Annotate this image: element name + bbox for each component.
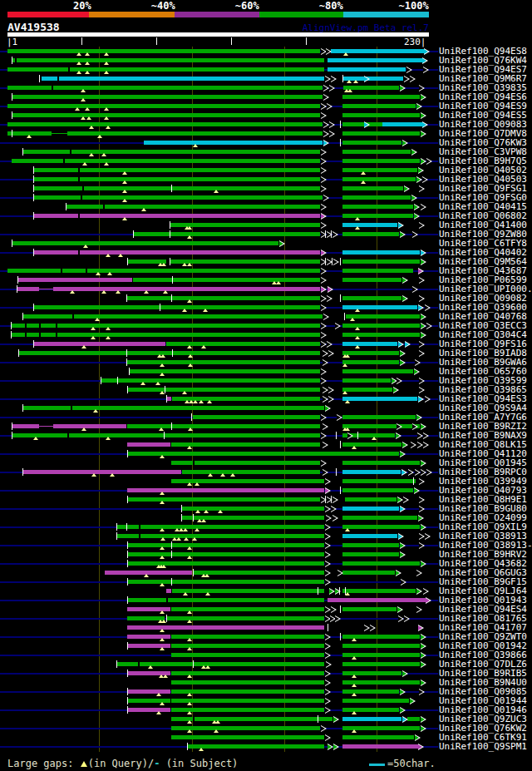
subject-gap-dash	[33, 249, 34, 256]
arrowhead-icon	[404, 615, 410, 622]
hit-label[interactable]: UniRef100_Q9SPM1	[439, 742, 527, 751]
arrowhead-icon	[426, 323, 432, 329]
arrowhead-icon	[328, 350, 334, 357]
subject-gap-dash	[39, 75, 40, 82]
hsp-segment	[128, 708, 170, 712]
hsp-segment	[171, 699, 324, 703]
segment-gap-notch	[57, 77, 59, 81]
arrowhead-icon	[325, 76, 331, 82]
hsp-segment	[53, 287, 320, 291]
hsp-segment	[127, 296, 320, 300]
hsp-segment	[67, 131, 323, 136]
alignment-plot[interactable]: UniRef100_Q94ES8UniRef100_Q76KW4UniRef10…	[0, 47, 532, 752]
large-gaps-legend: Large gaps: (in Query)/- (in Subject)	[7, 757, 238, 770]
hsp-segment	[166, 589, 171, 593]
arrowhead-icon	[325, 707, 331, 714]
subject-gap-dash	[193, 569, 194, 576]
arrowhead-icon	[410, 76, 416, 82]
subject-gap-dash	[340, 605, 341, 613]
arrowhead-icon	[419, 350, 425, 357]
subject-gap-dash	[127, 386, 128, 393]
subject-gap-dash	[340, 121, 341, 128]
hsp-segment	[328, 58, 422, 62]
alignment-row[interactable]: UniRef100_Q9SPM1	[0, 742, 532, 751]
arrowhead-icon	[332, 515, 338, 521]
arrowhead-icon	[422, 121, 428, 128]
hsp-segment	[133, 278, 320, 282]
hsp-segment	[342, 479, 416, 483]
hsp-segment	[7, 67, 324, 72]
arrowhead-icon	[404, 76, 410, 82]
subject-gap-dash	[181, 514, 182, 521]
arrowhead-icon	[400, 359, 406, 366]
identity-scale-segment	[89, 12, 175, 17]
hsp-segment	[407, 717, 420, 721]
subject-gap-dash	[22, 468, 23, 476]
arrowhead-icon	[419, 506, 425, 512]
segment-gap-notch	[68, 67, 70, 72]
arrowhead-icon	[325, 542, 331, 549]
hsp-segment	[342, 461, 420, 465]
arrowhead-icon	[323, 350, 328, 357]
hsp-segment	[34, 186, 320, 190]
subject-gap-dash	[170, 230, 170, 238]
subject-gap-dash	[127, 697, 128, 704]
subject-gap-dash	[170, 221, 170, 229]
alignview-page: { "colors": { "green": "#00a800", "cyan"…	[0, 0, 532, 771]
arrowhead-icon	[321, 304, 327, 311]
arrowhead-icon	[419, 387, 425, 393]
hsp-segment	[170, 259, 320, 264]
arrowhead-icon	[419, 185, 425, 192]
hsp-segment	[342, 534, 397, 538]
arrowhead-icon	[323, 195, 329, 201]
subject-gap-dash	[193, 660, 194, 668]
arrowhead-icon	[406, 67, 412, 73]
subject-gap-dash	[191, 413, 192, 421]
hsp-segment	[342, 333, 420, 337]
arrowhead-icon	[402, 442, 408, 448]
arrowhead-icon	[396, 432, 401, 439]
subject-gap-dash	[17, 285, 17, 293]
subject-gap-dash	[171, 423, 172, 430]
arrowhead-icon	[329, 85, 335, 91]
segment-gap-notch	[67, 433, 69, 437]
subject-gap-dash	[340, 441, 341, 448]
hsp-segment	[171, 726, 320, 730]
hsp-segment	[12, 58, 324, 62]
hsp-segment	[18, 278, 132, 282]
hsp-segment	[171, 644, 324, 648]
arrowhead-icon	[321, 213, 327, 220]
hsp-segment	[7, 104, 320, 108]
segment-gap-notch	[72, 314, 74, 319]
arrowhead-icon	[321, 103, 327, 110]
subject-gap-dash	[340, 633, 341, 640]
arrowhead-icon	[327, 231, 332, 238]
hsp-segment	[23, 406, 324, 410]
subject-gap-dash	[12, 57, 12, 64]
arrowhead-icon	[424, 48, 430, 55]
arrowhead-icon	[414, 487, 420, 494]
hsp-segment	[171, 735, 324, 739]
hsp-segment	[193, 415, 320, 419]
arrowhead-icon	[331, 76, 337, 82]
legend-suffix: (in Subject)	[160, 758, 238, 769]
arrowhead-icon	[411, 149, 417, 156]
segment-gap-notch	[63, 159, 65, 163]
arrowhead-icon	[364, 121, 370, 128]
hsp-segment	[342, 552, 399, 556]
arrowhead-icon	[422, 176, 428, 183]
arrowhead-icon	[400, 231, 406, 238]
subject-gap-dash	[357, 432, 358, 439]
hsp-segment	[7, 49, 320, 53]
query-id: AV419538	[7, 22, 60, 32]
hsp-segment	[342, 113, 420, 117]
subject-gap-dash	[127, 706, 128, 714]
segment-gap-notch	[15, 58, 17, 62]
arrowhead-icon	[321, 268, 327, 274]
hsp-segment	[342, 424, 420, 428]
arrowhead-icon	[325, 734, 331, 741]
arrowhead-icon	[419, 497, 425, 503]
arrowhead-icon	[400, 85, 406, 91]
hsp-segment	[12, 95, 323, 99]
hsp-segment	[328, 598, 426, 602]
